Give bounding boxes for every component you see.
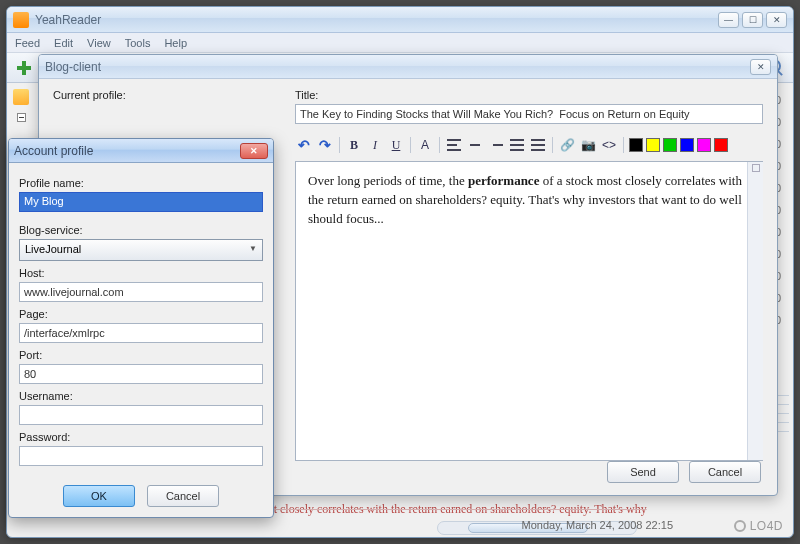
blog-service-select[interactable]: LiveJournal <box>19 239 263 261</box>
undo-button[interactable]: ↶ <box>295 136 313 154</box>
blog-cancel-button[interactable]: Cancel <box>689 461 761 483</box>
port-input[interactable] <box>19 364 263 384</box>
separator <box>439 137 440 153</box>
menu-edit[interactable]: Edit <box>54 37 73 49</box>
color-black[interactable] <box>629 138 643 152</box>
account-cancel-button[interactable]: Cancel <box>147 485 219 507</box>
account-profile-dialog: Account profile ✕ Profile name: My Blog … <box>8 138 274 518</box>
add-feed-button[interactable] <box>13 57 35 79</box>
align-center-button[interactable] <box>466 136 484 154</box>
status-bar-date: Monday, March 24, 2008 22:15 <box>522 519 673 531</box>
color-green[interactable] <box>663 138 677 152</box>
background-article-text: a stock most closely correlates with the… <box>217 502 777 517</box>
link-button[interactable]: 🔗 <box>558 136 576 154</box>
underline-button[interactable]: U <box>387 136 405 154</box>
profile-name-label: Profile name: <box>19 177 263 189</box>
menubar: Feed Edit View Tools Help <box>7 33 793 53</box>
number-list-button[interactable] <box>529 136 547 154</box>
body-text-bold: performance <box>468 173 539 188</box>
color-magenta[interactable] <box>697 138 711 152</box>
close-button[interactable]: ✕ <box>766 12 787 28</box>
color-yellow[interactable] <box>646 138 660 152</box>
page-label: Page: <box>19 308 263 320</box>
scroll-arrow-up-icon[interactable] <box>752 164 760 172</box>
align-right-button[interactable] <box>487 136 505 154</box>
port-label: Port: <box>19 349 263 361</box>
editor-toolbar: ↶ ↷ B I U A 🔗 📷 <> <box>295 133 763 157</box>
bullet-list-button[interactable] <box>508 136 526 154</box>
html-button[interactable]: <> <box>600 136 618 154</box>
body-text-pre: Over long periods of time, the <box>308 173 468 188</box>
page-input[interactable] <box>19 323 263 343</box>
host-label: Host: <box>19 267 263 279</box>
color-red[interactable] <box>714 138 728 152</box>
host-input[interactable] <box>19 282 263 302</box>
align-left-button[interactable] <box>445 136 463 154</box>
separator <box>552 137 553 153</box>
menu-tools[interactable]: Tools <box>125 37 151 49</box>
ok-button[interactable]: OK <box>63 485 135 507</box>
editor-scrollbar[interactable] <box>747 162 763 460</box>
watermark-icon <box>734 520 746 532</box>
username-input[interactable] <box>19 405 263 425</box>
current-profile-label: Current profile: <box>53 89 253 101</box>
profile-name-input[interactable]: My Blog <box>19 192 263 212</box>
watermark: LO4D <box>734 519 783 533</box>
blog-close-button[interactable]: ✕ <box>750 59 771 75</box>
account-titlebar[interactable]: Account profile ✕ <box>9 139 273 163</box>
separator <box>410 137 411 153</box>
password-input[interactable] <box>19 446 263 466</box>
username-label: Username: <box>19 390 263 402</box>
maximize-button[interactable]: ☐ <box>742 12 763 28</box>
menu-view[interactable]: View <box>87 37 111 49</box>
account-close-button[interactable]: ✕ <box>240 143 268 159</box>
blog-titlebar[interactable]: Blog-client ✕ <box>39 55 777 79</box>
main-titlebar[interactable]: YeahReader — ☐ ✕ <box>7 7 793 33</box>
send-button[interactable]: Send <box>607 461 679 483</box>
post-title-label: Title: <box>295 89 763 101</box>
app-title: YeahReader <box>35 13 718 27</box>
folder-icon <box>13 89 29 105</box>
minimize-button[interactable]: — <box>718 12 739 28</box>
tree-expand-icon[interactable] <box>17 113 26 122</box>
menu-feed[interactable]: Feed <box>15 37 40 49</box>
blog-service-label: Blog-service: <box>19 224 263 236</box>
font-button[interactable]: A <box>416 136 434 154</box>
bold-button[interactable]: B <box>345 136 363 154</box>
separator <box>339 137 340 153</box>
redo-button[interactable]: ↷ <box>316 136 334 154</box>
italic-button[interactable]: I <box>366 136 384 154</box>
app-icon <box>13 12 29 28</box>
account-dialog-title: Account profile <box>14 144 240 158</box>
blog-dialog-title: Blog-client <box>45 60 750 74</box>
separator <box>623 137 624 153</box>
post-title-input[interactable] <box>295 104 763 124</box>
plus-icon <box>17 61 31 75</box>
post-body-editor[interactable]: Over long periods of time, the performan… <box>295 161 763 461</box>
image-button[interactable]: 📷 <box>579 136 597 154</box>
color-blue[interactable] <box>680 138 694 152</box>
password-label: Password: <box>19 431 263 443</box>
menu-help[interactable]: Help <box>164 37 187 49</box>
